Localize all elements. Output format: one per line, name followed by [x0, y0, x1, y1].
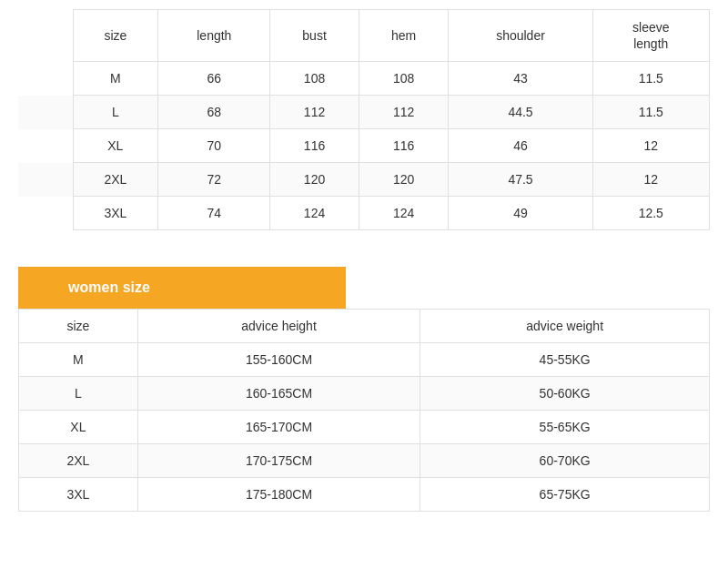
- cell-hem: 112: [359, 96, 449, 129]
- yellow-row-cell: [18, 62, 73, 96]
- cell-size2: XL: [19, 411, 138, 444]
- table-row: L 160-165CM 50-60KG: [19, 377, 710, 411]
- table-row: 2XL 72 120 120 47.5 12: [18, 163, 710, 197]
- yellow-row-cell: [18, 129, 73, 163]
- col-header-sleeve: sleevelength: [592, 10, 709, 62]
- cell-bust: 108: [270, 62, 359, 96]
- cell-weight: 45-55KG: [420, 343, 710, 377]
- cell-shoulder: 47.5: [449, 163, 592, 197]
- cell-length: 70: [158, 129, 270, 163]
- size-chart-2: size advice height advice weight M 155-1…: [18, 309, 710, 512]
- cell-height: 170-175CM: [137, 444, 420, 478]
- cell-height: 175-180CM: [137, 478, 420, 512]
- cell-length: 66: [158, 62, 270, 96]
- cell-weight: 55-65KG: [420, 411, 710, 444]
- yellow-row-cell: [18, 163, 73, 197]
- col-header-hem: hem: [359, 10, 449, 62]
- cell-length: 74: [158, 197, 270, 230]
- yellow-row-cell: [18, 197, 73, 230]
- col-header-weight: advice weight: [420, 310, 710, 343]
- cell-size2: M: [19, 343, 138, 377]
- cell-sleeve: 11.5: [592, 96, 709, 129]
- women-yellow-extension: [200, 267, 346, 309]
- cell-hem: 120: [359, 163, 449, 197]
- col-header-size2: size: [19, 310, 138, 343]
- cell-height: 165-170CM: [137, 411, 420, 444]
- women-size-table: size advice height advice weight M 155-1…: [18, 309, 710, 512]
- yellow-row-cell: [18, 96, 73, 129]
- cell-length: 72: [158, 163, 270, 197]
- col-header-height: advice height: [137, 310, 420, 343]
- cell-hem: 116: [359, 129, 449, 163]
- table-row: 3XL 175-180CM 65-75KG: [19, 478, 710, 512]
- cell-sleeve: 12: [592, 129, 709, 163]
- cell-bust: 124: [270, 197, 359, 230]
- cell-hem: 124: [359, 197, 449, 230]
- cell-length: 68: [158, 96, 270, 129]
- cell-weight: 60-70KG: [420, 444, 710, 478]
- cell-shoulder: 43: [449, 62, 592, 96]
- table-row: 3XL 74 124 124 49 12.5: [18, 197, 710, 230]
- cell-size: 2XL: [73, 163, 158, 197]
- yellow-header-cell: [18, 10, 73, 62]
- table-row: XL 70 116 116 46 12: [18, 129, 710, 163]
- cell-hem: 108: [359, 62, 449, 96]
- cell-size: L: [73, 96, 158, 129]
- col-header-bust: bust: [270, 10, 359, 62]
- women-size-label-row: women size: [18, 267, 710, 309]
- cell-weight: 50-60KG: [420, 377, 710, 411]
- cell-bust: 112: [270, 96, 359, 129]
- table-row: XL 165-170CM 55-65KG: [19, 411, 710, 444]
- cell-sleeve: 12: [592, 163, 709, 197]
- table-row: L 68 112 112 44.5 11.5: [18, 96, 710, 129]
- col-header-shoulder: shoulder: [449, 10, 592, 62]
- cell-size: XL: [73, 129, 158, 163]
- col-header-size: size: [73, 10, 158, 62]
- cell-height: 155-160CM: [137, 343, 420, 377]
- cell-shoulder: 46: [449, 129, 592, 163]
- cell-sleeve: 11.5: [592, 62, 709, 96]
- table-row: 2XL 170-175CM 60-70KG: [19, 444, 710, 478]
- cell-shoulder: 49: [449, 197, 592, 230]
- measurements-table: size length bust hem shoulder sleeveleng…: [18, 9, 710, 230]
- cell-weight: 65-75KG: [420, 478, 710, 512]
- cell-size: 3XL: [73, 197, 158, 230]
- cell-shoulder: 44.5: [449, 96, 592, 129]
- cell-size2: L: [19, 377, 138, 411]
- cell-size2: 3XL: [19, 478, 138, 512]
- col-header-length: length: [158, 10, 270, 62]
- women-size-label: women size: [18, 267, 200, 309]
- size-chart-1: size length bust hem shoulder sleeveleng…: [18, 9, 710, 230]
- cell-size: M: [73, 62, 158, 96]
- cell-height: 160-165CM: [137, 377, 420, 411]
- table-row: M 66 108 108 43 11.5: [18, 62, 710, 96]
- cell-sleeve: 12.5: [592, 197, 709, 230]
- cell-size2: 2XL: [19, 444, 138, 478]
- cell-bust: 116: [270, 129, 359, 163]
- table-row: M 155-160CM 45-55KG: [19, 343, 710, 377]
- cell-bust: 120: [270, 163, 359, 197]
